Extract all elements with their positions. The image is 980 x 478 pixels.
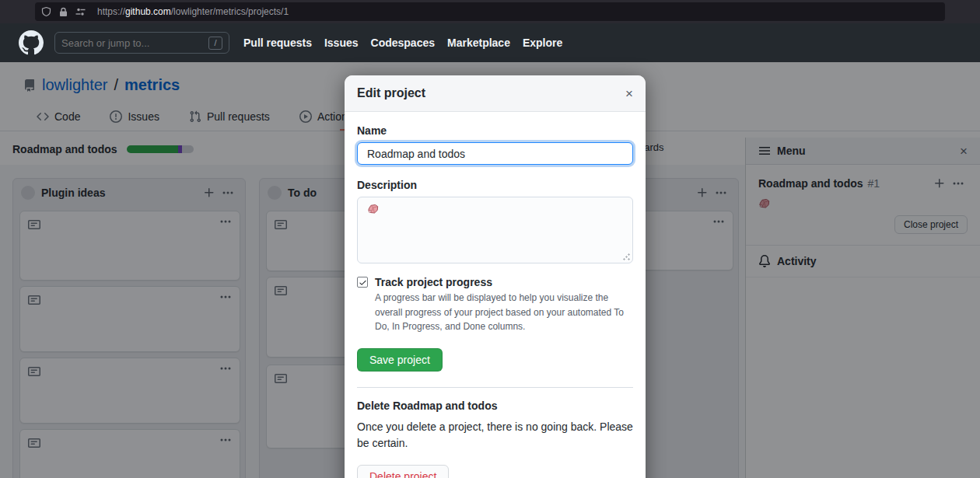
track-progress-checkbox[interactable]: [357, 277, 368, 288]
url-bar[interactable]: https://github.com/lowlighter/metrics/pr…: [35, 2, 945, 21]
textarea-resize-handle[interactable]: [623, 253, 630, 260]
dialog-header: Edit project ×: [345, 75, 646, 112]
name-label: Name: [357, 124, 633, 137]
nav-marketplace[interactable]: Marketplace: [447, 37, 510, 49]
edit-project-dialog: Edit project × Name Description Track pr…: [345, 75, 646, 478]
browser-toolbar: https://github.com/lowlighter/metrics/pr…: [0, 0, 980, 23]
https-lock-icon[interactable]: [58, 7, 68, 17]
description-label: Description: [357, 179, 633, 191]
github-header: / Pull requests Issues Codespaces Market…: [0, 23, 980, 62]
close-dialog-button[interactable]: ×: [625, 87, 633, 100]
nav-codespaces[interactable]: Codespaces: [371, 37, 435, 49]
search-shortcut-badge: /: [208, 37, 222, 50]
track-progress-note: A progress bar will be displayed to help…: [375, 291, 636, 334]
meat-on-bone-emoji-icon: [367, 204, 379, 215]
github-logo-icon[interactable]: [19, 30, 44, 55]
track-progress-label: Track project progress: [375, 276, 492, 288]
tracking-protection-shield-icon[interactable]: [41, 7, 51, 17]
delete-section-heading: Delete Roadmap and todos: [357, 399, 633, 412]
save-project-button[interactable]: Save project: [357, 348, 443, 372]
search-input[interactable]: [61, 37, 208, 49]
dialog-divider: [357, 387, 633, 388]
site-permissions-icon[interactable]: [75, 7, 86, 17]
dialog-body: Name Description Track project progress …: [345, 112, 646, 478]
nav-issues[interactable]: Issues: [324, 37, 359, 49]
global-search[interactable]: /: [54, 32, 229, 54]
nav-pull-requests[interactable]: Pull requests: [243, 37, 312, 49]
page-url: https://github.com/lowlighter/metrics/pr…: [97, 6, 289, 17]
check-icon: [359, 278, 367, 287]
delete-project-button[interactable]: Delete project: [357, 465, 449, 478]
header-nav: Pull requests Issues Codespaces Marketpl…: [243, 37, 562, 49]
delete-warning-text: Once you delete a project, there is no g…: [357, 419, 633, 452]
nav-explore[interactable]: Explore: [523, 37, 562, 49]
project-name-input[interactable]: [357, 142, 633, 165]
dialog-title: Edit project: [357, 86, 625, 100]
project-description-textarea[interactable]: [357, 197, 633, 263]
